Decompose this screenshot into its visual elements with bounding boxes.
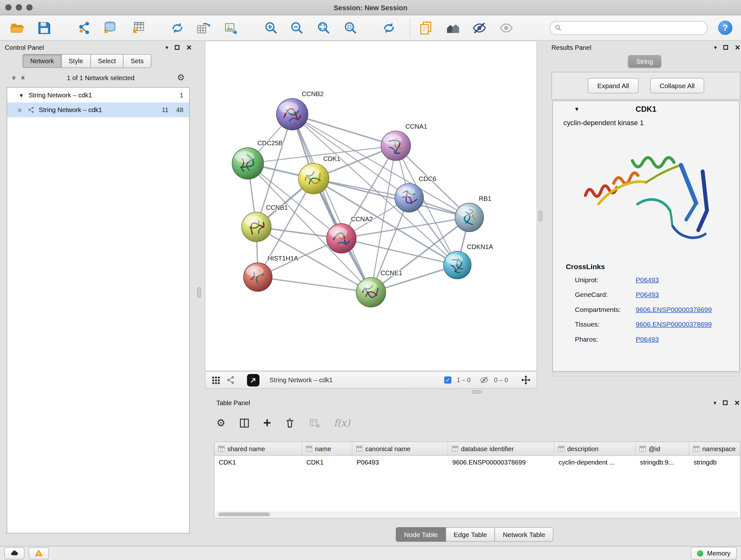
collapse-all-button[interactable]: Collapse All	[650, 78, 704, 94]
node-table[interactable]: shared name name canonical name database…	[214, 442, 741, 518]
table-row[interactable]: CDK1 CDK1 P06493 9606.ENSP00000378699 cy…	[214, 456, 740, 469]
column-header-database-identifier[interactable]: database identifier	[448, 442, 554, 455]
zoom-in-button[interactable]	[261, 18, 280, 37]
window-close-button[interactable]	[5, 4, 12, 11]
results-panel-close-icon[interactable]: ×	[735, 43, 740, 52]
save-session-button[interactable]	[35, 18, 54, 37]
network-collection-row[interactable]: ▼ String Network – cdk1 1	[7, 88, 189, 103]
import-network-file-button[interactable]	[74, 18, 93, 37]
compartments-link[interactable]: 9606.ENSP00000378699	[636, 305, 712, 313]
network-node-HIST1H1A[interactable]: HIST1H1A	[244, 255, 298, 292]
zoom-fit-button[interactable]	[314, 18, 333, 37]
control-panel-float-icon[interactable]	[175, 45, 180, 50]
network-row-selected[interactable]: String Network – cdk1 11 48	[7, 103, 189, 118]
results-scrollbar[interactable]	[552, 373, 740, 376]
network-view-icon[interactable]	[226, 375, 235, 385]
cell-name[interactable]: CDK1	[302, 459, 353, 466]
window-minimize-button[interactable]	[16, 4, 22, 11]
tissues-link[interactable]: 9606.ENSP00000378699	[636, 320, 712, 328]
pharos-link[interactable]: P06493	[636, 335, 659, 343]
expand-all-networks-icon[interactable]: »	[10, 76, 19, 80]
table-settings-gear-icon[interactable]: ⚙	[216, 417, 225, 429]
scrollbar-thumb[interactable]	[218, 512, 270, 516]
open-session-button[interactable]	[8, 18, 27, 37]
cell-database-identifier[interactable]: 9606.ENSP00000378699	[448, 459, 554, 466]
tab-node-table[interactable]: Node Table	[396, 527, 446, 542]
home-networks-button[interactable]	[443, 18, 462, 37]
help-button[interactable]: ?	[718, 21, 732, 35]
show-all-eye-button[interactable]	[496, 18, 516, 37]
tab-style[interactable]: Style	[61, 54, 91, 68]
cell-namespace[interactable]: stringdb	[689, 459, 741, 466]
cell-description[interactable]: cyclin-dependent ...	[554, 459, 636, 466]
results-panel-float-icon[interactable]	[724, 45, 728, 50]
uniprot-link[interactable]: P06493	[636, 275, 659, 283]
tab-sets[interactable]: Sets	[123, 54, 151, 68]
right-splitter-handle[interactable]	[539, 211, 542, 221]
search-input[interactable]	[564, 23, 702, 32]
copy-document-button[interactable]	[416, 18, 435, 37]
network-node-CDK1[interactable]: CDK1	[298, 155, 340, 194]
export-network-button[interactable]	[247, 374, 259, 386]
network-edge[interactable]	[292, 114, 396, 146]
add-column-icon[interactable]: +	[263, 416, 271, 430]
delete-column-trash-icon[interactable]	[284, 417, 296, 429]
table-panel-close-icon[interactable]: ×	[735, 398, 740, 407]
expand-all-button[interactable]: Expand All	[588, 78, 638, 94]
tab-select[interactable]: Select	[90, 54, 124, 68]
control-panel-close-icon[interactable]: ×	[186, 43, 192, 52]
table-panel-float-icon[interactable]	[723, 400, 728, 405]
tab-network[interactable]: Network	[23, 54, 62, 68]
tree-expander-icon[interactable]: ▼	[19, 92, 24, 98]
network-node-CCNB2[interactable]: CCNB2	[276, 90, 324, 130]
tab-edge-table[interactable]: Edge Table	[446, 527, 495, 542]
memory-button[interactable]: Memory	[691, 547, 737, 560]
export-image-button[interactable]	[221, 18, 240, 37]
zoom-selected-button[interactable]	[341, 18, 360, 37]
bottom-splitter-handle[interactable]	[472, 390, 482, 394]
pan-move-icon[interactable]	[521, 375, 531, 385]
results-panel-menu-icon[interactable]: ▾	[714, 44, 717, 51]
apply-layout-button[interactable]	[379, 18, 398, 37]
column-header-id[interactable]: @id	[636, 442, 689, 455]
network-graph[interactable]: CCNB2CCNA1CDC25BCDK1CDC6RB1CCNB1CCNA2CDK…	[205, 41, 537, 371]
collapse-all-networks-icon[interactable]: »	[18, 76, 26, 80]
network-canvas[interactable]: CCNB2CCNA1CDC25BCDK1CDC6RB1CCNB1CCNA2CDK…	[205, 41, 537, 371]
network-edge[interactable]	[292, 114, 371, 293]
cell-shared-name[interactable]: CDK1	[214, 459, 302, 466]
genecard-link[interactable]: P06493	[636, 291, 659, 298]
network-node-CCNA1[interactable]: CCNA1	[381, 123, 427, 161]
results-tab-string[interactable]: String	[628, 55, 661, 68]
warnings-button[interactable]	[29, 547, 49, 559]
left-splitter-handle[interactable]	[197, 287, 201, 298]
network-edge[interactable]	[341, 239, 457, 265]
column-header-namespace[interactable]: namespace	[689, 442, 741, 455]
new-network-from-selection-button[interactable]	[167, 18, 187, 37]
control-panel-menu-icon[interactable]: ▾	[165, 44, 168, 51]
column-header-description[interactable]: description	[554, 442, 636, 455]
network-edge[interactable]	[258, 277, 371, 293]
grid-view-icon[interactable]	[211, 375, 221, 385]
table-panel-menu-icon[interactable]: ▾	[714, 399, 717, 406]
network-options-gear-icon[interactable]: ⚙	[177, 72, 185, 83]
search-box[interactable]	[549, 21, 708, 35]
hide-selected-eye-slash-button[interactable]	[470, 18, 489, 37]
network-edge[interactable]	[314, 179, 469, 217]
network-list[interactable]: ▼ String Network – cdk1 1 String Network…	[7, 87, 190, 534]
hidden-eye-slash-icon[interactable]	[480, 375, 489, 385]
clone-network-button[interactable]	[193, 18, 212, 37]
network-node-CDKN1A[interactable]: CDKN1A	[444, 243, 493, 279]
cell-id[interactable]: stringdb:9...	[636, 459, 689, 466]
column-header-shared-name[interactable]: shared name	[214, 442, 302, 455]
network-node-CDC6[interactable]: CDC6	[395, 175, 436, 212]
cell-canonical-name[interactable]: P06493	[352, 459, 448, 466]
cloud-status-button[interactable]	[4, 547, 24, 559]
zoom-out-button[interactable]	[287, 18, 307, 37]
network-node-RB1[interactable]: RB1	[455, 195, 491, 232]
tab-network-table[interactable]: Network Table	[495, 527, 553, 542]
show-columns-icon[interactable]	[239, 417, 251, 429]
column-header-name[interactable]: name	[302, 442, 353, 455]
window-zoom-button[interactable]	[26, 4, 33, 11]
import-network-database-button[interactable]	[99, 18, 119, 37]
network-node-CDC25B[interactable]: CDC25B	[232, 139, 283, 179]
